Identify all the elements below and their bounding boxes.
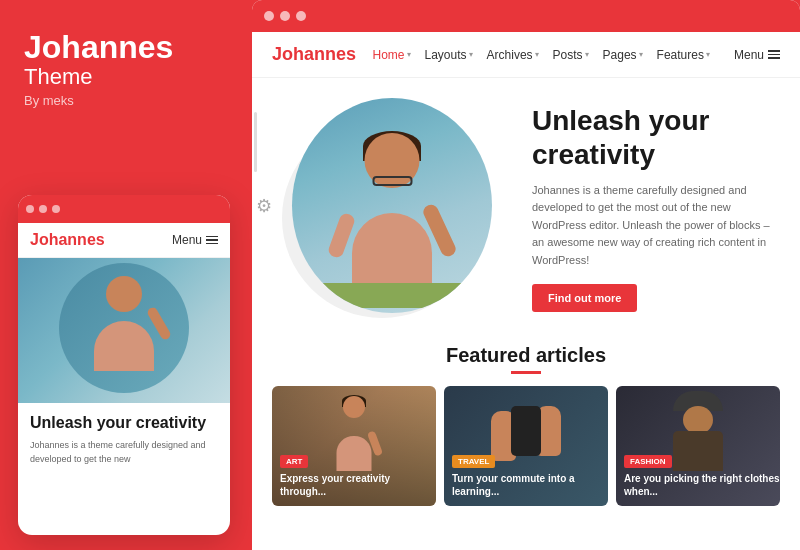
mobile-dot-1 xyxy=(26,205,34,213)
article-2-title: Turn your commute into a learning... xyxy=(452,472,608,498)
person-glasses xyxy=(372,176,412,186)
mobile-menu-button[interactable]: Menu xyxy=(172,233,218,247)
article-badge-fashion: Fashion xyxy=(624,455,672,468)
article-card-1[interactable]: Art Express your creativity through... xyxy=(272,386,436,506)
browser-content: Johannes Home ▾ Layouts ▾ Archives ▾ Pos… xyxy=(252,32,800,550)
articles-grid: Art Express your creativity through... T… xyxy=(272,386,780,506)
mobile-menu-label: Menu xyxy=(172,233,202,247)
person-desktop-figure xyxy=(312,113,472,313)
nav-link-home[interactable]: Home ▾ xyxy=(373,48,411,62)
nav-link-layouts[interactable]: Layouts ▾ xyxy=(425,48,473,62)
article-1-info: Art Express your creativity through... xyxy=(280,450,436,498)
chevron-down-icon: ▾ xyxy=(535,50,539,59)
nav-link-posts[interactable]: Posts ▾ xyxy=(553,48,589,62)
article-1-title: Express your creativity through... xyxy=(280,472,436,498)
nav-link-pages[interactable]: Pages ▾ xyxy=(603,48,643,62)
hero-circle-image xyxy=(292,98,492,313)
featured-divider xyxy=(511,371,541,374)
featured-title: Featured articles xyxy=(272,344,780,367)
person-figure xyxy=(79,271,169,386)
article-card-2[interactable]: Travel Turn your commute into a learning… xyxy=(444,386,608,506)
hero-text: Unleash your creativity Johannes is a th… xyxy=(512,104,776,311)
art-table xyxy=(307,283,477,308)
hero-title: Unleash your creativity xyxy=(532,104,776,171)
mobile-dot-2 xyxy=(39,205,47,213)
mobile-hero-image xyxy=(18,258,230,403)
mobile-browser-bar xyxy=(18,195,230,223)
mobile-nav: Johannes Menu xyxy=(18,223,230,258)
hamburger-icon xyxy=(206,236,218,245)
person-body xyxy=(352,213,432,283)
phone-object xyxy=(511,406,541,456)
article-3-title: Are you picking the right clothes when..… xyxy=(624,472,780,498)
browser-dot-2 xyxy=(280,11,290,21)
chevron-down-icon: ▾ xyxy=(706,50,710,59)
article-card-3[interactable]: Fashion Are you picking the right clothe… xyxy=(616,386,780,506)
chevron-down-icon: ▾ xyxy=(585,50,589,59)
person-head xyxy=(683,406,713,434)
article-3-info: Fashion Are you picking the right clothe… xyxy=(624,450,780,498)
desktop-nav: Johannes Home ▾ Layouts ▾ Archives ▾ Pos… xyxy=(252,32,800,78)
mobile-mockup: Johannes Menu Unleash your creativity Jo… xyxy=(18,195,230,535)
browser-dot-1 xyxy=(264,11,274,21)
featured-section: Featured articles Art xyxy=(252,334,800,514)
mobile-hero-title: Unleash your creativity xyxy=(30,413,218,433)
mobile-hero-desc: Johannes is a theme carefully designed a… xyxy=(30,439,218,466)
article-badge-art: Art xyxy=(280,455,308,468)
browser-dot-3 xyxy=(296,11,306,21)
mobile-logo: Johannes xyxy=(30,231,105,249)
hero-image-container xyxy=(272,98,512,318)
person-body xyxy=(94,321,154,371)
right-panel: Johannes Home ▾ Layouts ▾ Archives ▾ Pos… xyxy=(252,0,800,550)
browser-bar xyxy=(252,0,800,32)
desktop-nav-links: Home ▾ Layouts ▾ Archives ▾ Posts ▾ Page… xyxy=(373,48,781,62)
nav-link-features[interactable]: Features ▾ xyxy=(657,48,710,62)
nav-link-archives[interactable]: Archives ▾ xyxy=(487,48,539,62)
mobile-hero-circle xyxy=(59,263,189,393)
nav-menu-button[interactable]: Menu xyxy=(734,48,780,62)
article-2-info: Travel Turn your commute into a learning… xyxy=(452,450,608,498)
person-head xyxy=(106,276,142,312)
chevron-down-icon: ▾ xyxy=(469,50,473,59)
brand-title: Johannes Theme By meks xyxy=(24,30,224,108)
find-out-more-button[interactable]: Find out more xyxy=(532,284,637,312)
hero-section: ⚙ Unleash your xyxy=(252,78,800,334)
left-panel: Johannes Theme By meks Johannes Menu xyxy=(0,0,248,550)
hamburger-icon xyxy=(768,50,780,59)
mobile-dot-3 xyxy=(52,205,60,213)
person-head xyxy=(343,396,365,418)
article-badge-travel: Travel xyxy=(452,455,495,468)
desktop-logo[interactable]: Johannes xyxy=(272,44,356,65)
hero-description: Johannes is a theme carefully designed a… xyxy=(532,182,776,270)
person-head xyxy=(365,133,420,188)
mobile-content: Unleash your creativity Johannes is a th… xyxy=(18,403,230,476)
chevron-down-icon: ▾ xyxy=(407,50,411,59)
chevron-down-icon: ▾ xyxy=(639,50,643,59)
